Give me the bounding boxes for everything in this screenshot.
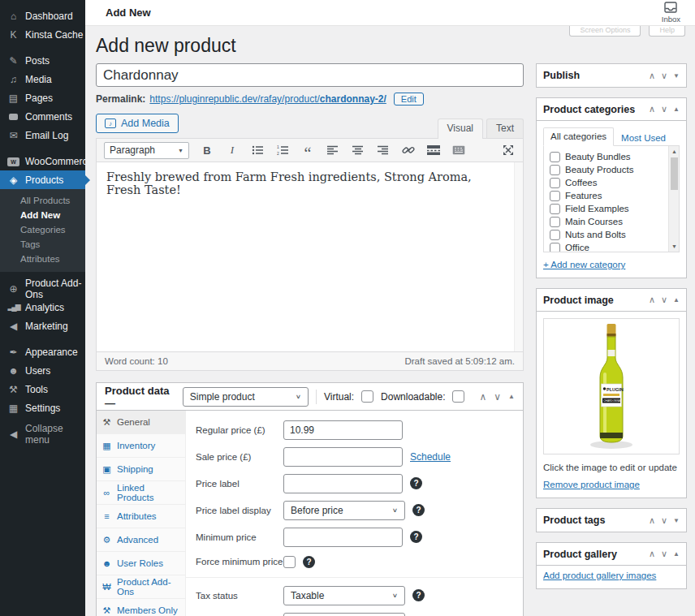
editor-content-area[interactable]: Freshly brewed from Farm Fresh ingredien… (97, 162, 523, 351)
sidebar-item-settings[interactable]: ▦ Settings (0, 398, 85, 417)
category-checkbox[interactable] (550, 178, 560, 188)
submenu-tags[interactable]: Tags (0, 237, 85, 252)
help-icon[interactable]: ? (410, 477, 422, 489)
remove-product-image-link[interactable]: Remove product image (543, 480, 640, 489)
sidebar-item-users[interactable]: ☻ Users (0, 361, 85, 380)
submenu-categories[interactable]: Categories (0, 222, 85, 237)
category-checkbox[interactable] (550, 152, 560, 162)
toolbar-toggle-button[interactable] (451, 142, 466, 158)
category-checkbox[interactable] (550, 165, 560, 175)
category-item[interactable]: Main Courses (550, 215, 666, 228)
sidebar-item-comments[interactable]: Comments (0, 107, 85, 126)
move-up-icon[interactable]: ∧ (479, 391, 486, 403)
price-label-input[interactable] (283, 474, 403, 493)
permalink-link[interactable]: https://pluginrepublic.dev/rafay/product… (149, 93, 386, 105)
text-tab[interactable]: Text (486, 118, 524, 138)
tab-advanced[interactable]: ⚙ Advanced (97, 528, 185, 552)
sidebar-item-media[interactable]: ♫ Media (0, 70, 85, 88)
tab-attributes[interactable]: ≡ Attributes (97, 505, 185, 528)
toggle-panel-icon[interactable]: ▲ (508, 393, 515, 400)
move-up-icon[interactable]: ∧ (649, 515, 655, 526)
read-more-tag-button[interactable] (426, 142, 441, 158)
category-item[interactable]: Features (550, 189, 666, 202)
force-minimum-price-checkbox[interactable] (283, 556, 296, 568)
move-up-icon[interactable]: ∧ (649, 71, 655, 81)
category-checkbox[interactable] (550, 230, 560, 240)
visual-tab[interactable]: Visual (438, 118, 483, 139)
category-item[interactable]: Nuts and Bolts (550, 228, 666, 241)
tax-status-select[interactable]: Taxable∨ (283, 586, 405, 605)
add-gallery-images-link[interactable]: Add product gallery images (543, 571, 656, 580)
move-up-icon[interactable]: ∧ (649, 104, 655, 114)
edit-permalink-button[interactable]: Edit (394, 93, 424, 106)
bullet-list-button[interactable] (250, 142, 265, 158)
category-item[interactable]: Office (550, 241, 666, 252)
sidebar-item-pages[interactable]: ▤ Pages (0, 88, 85, 107)
help-icon[interactable]: ? (412, 589, 425, 601)
toggle-panel-icon[interactable]: ▲ (673, 550, 680, 558)
move-down-icon[interactable]: ∨ (661, 71, 667, 81)
sidebar-item-kinsta-cache[interactable]: K Kinsta Cache (0, 25, 85, 44)
product-title-input[interactable] (96, 63, 524, 87)
align-center-button[interactable] (351, 142, 365, 158)
category-item[interactable]: Field Examples (550, 202, 666, 215)
category-item[interactable]: Coffees (550, 176, 666, 189)
downloadable-checkbox[interactable] (452, 390, 464, 403)
help-icon[interactable]: ? (412, 504, 425, 516)
toggle-panel-icon[interactable]: ▼ (673, 517, 680, 524)
scrollbar-thumb[interactable] (671, 157, 678, 190)
move-down-icon[interactable]: ∨ (661, 295, 667, 305)
move-up-icon[interactable]: ∧ (649, 549, 655, 559)
sidebar-item-appearance[interactable]: ✒ Appearance (0, 342, 85, 361)
sidebar-item-woocommerce[interactable]: W WooCommerce (0, 152, 85, 170)
tab-inventory[interactable]: ▦ Inventory (97, 434, 185, 458)
help-icon[interactable]: ? (410, 531, 422, 543)
submenu-add-new[interactable]: Add New (0, 208, 85, 222)
italic-button[interactable]: I (225, 142, 240, 158)
tags-panel-header[interactable]: Product tags ∧ ∨ ▼ (537, 509, 686, 532)
scroll-down-icon[interactable]: ▼ (669, 241, 680, 252)
image-panel-header[interactable]: Product image ∧ ∨ ▲ (537, 289, 686, 312)
tab-shipping[interactable]: ▣ Shipping (97, 458, 185, 481)
move-down-icon[interactable]: ∨ (661, 104, 667, 114)
category-checkbox[interactable] (550, 191, 560, 201)
sale-price-input[interactable] (283, 447, 403, 467)
regular-price-input[interactable] (283, 420, 403, 440)
toggle-panel-icon[interactable]: ▲ (673, 106, 680, 113)
submenu-all-products[interactable]: All Products (0, 193, 85, 208)
tab-linked-products[interactable]: ∞ Linked Products (97, 481, 185, 505)
categories-panel-header[interactable]: Product categories ∧ ∨ ▲ (537, 98, 686, 121)
product-type-select[interactable]: Simple product∨ (183, 387, 309, 407)
sidebar-item-collapse-menu[interactable]: ◀ Collapse menu (0, 424, 85, 443)
move-down-icon[interactable]: ∨ (661, 515, 667, 526)
sidebar-item-tools[interactable]: ⚒ Tools (0, 380, 85, 398)
inbox-button[interactable]: Inbox (662, 2, 680, 24)
sidebar-item-analytics[interactable]: ▂▄▆ Analytics (0, 298, 85, 317)
help-icon[interactable]: ? (303, 556, 315, 568)
move-down-icon[interactable]: ∨ (661, 549, 667, 559)
category-scrollbar[interactable]: ▲ ▼ (668, 146, 679, 252)
tax-class-select[interactable]: Standard∨ (283, 613, 405, 616)
sidebar-item-product-add-ons[interactable]: ⊕ Product Add-Ons (0, 279, 85, 298)
tab-user-roles[interactable]: ☻ User Roles (97, 552, 185, 575)
add-media-button[interactable]: ♪ Add Media (96, 114, 179, 133)
help-tab[interactable]: Help (649, 26, 685, 37)
gallery-panel-header[interactable]: Product gallery ∧ ∨ ▲ (537, 543, 686, 566)
sidebar-item-products[interactable]: ◈ Products (0, 170, 85, 189)
publish-panel-header[interactable]: Publish ∧ ∨ ▼ (537, 64, 686, 87)
category-checkbox[interactable] (550, 243, 560, 253)
toggle-panel-icon[interactable]: ▼ (673, 72, 680, 80)
paragraph-format-select[interactable]: Paragraph▼ (104, 142, 189, 159)
screen-options-tab[interactable]: Screen Options (569, 26, 641, 37)
move-down-icon[interactable]: ∨ (494, 391, 501, 403)
link-button[interactable] (401, 142, 416, 158)
tab-general[interactable]: ⚒ General (97, 411, 185, 434)
most-used-tab[interactable]: Most Used (614, 130, 673, 146)
editor-scrollbar[interactable] (514, 162, 523, 351)
product-image-thumbnail[interactable]: PLUGIN CHARDONNAY (543, 318, 680, 454)
price-label-display-select[interactable]: Before price∨ (283, 501, 405, 520)
category-item[interactable]: Beauty Bundles (550, 150, 666, 163)
blockquote-button[interactable]: “ (300, 142, 315, 158)
sidebar-item-posts[interactable]: ✎ Posts (0, 51, 85, 70)
category-checkbox[interactable] (550, 204, 560, 214)
